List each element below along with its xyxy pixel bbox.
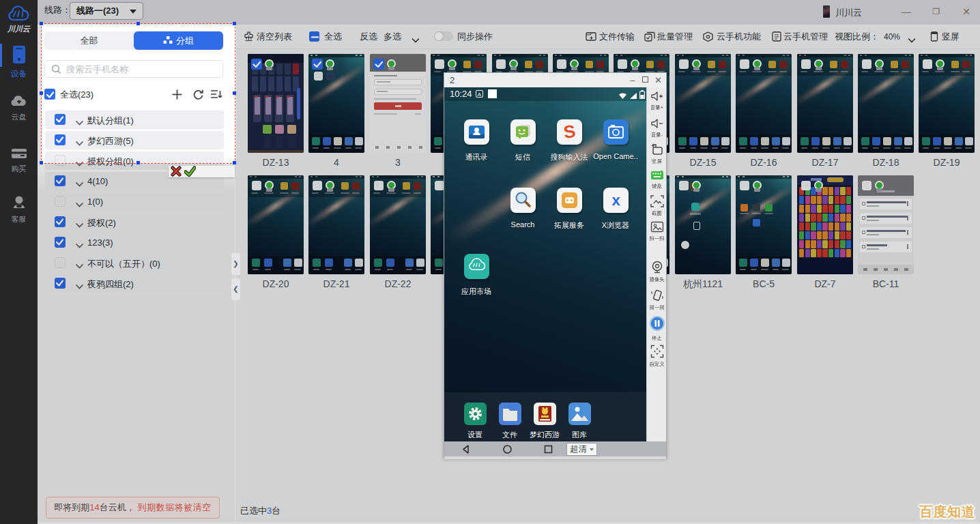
svg-text:S: S xyxy=(562,121,576,143)
svg-text:x: x xyxy=(611,192,620,209)
